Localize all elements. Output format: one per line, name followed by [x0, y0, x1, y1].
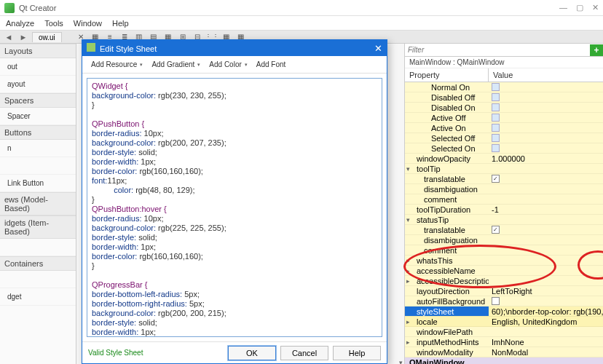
property-row[interactable]: Selected Off — [405, 133, 603, 143]
property-row[interactable]: windowOpacity1.000000 — [405, 154, 603, 164]
property-value[interactable]: LeftToRight — [489, 286, 603, 296]
sidebar-section-header[interactable]: ews (Model-Based) — [0, 192, 76, 215]
property-value[interactable] — [489, 266, 603, 275]
property-value[interactable] — [489, 164, 603, 173]
property-value[interactable] — [489, 194, 603, 204]
stylesheet-editor[interactable]: QWidget {background-color: rgb(230, 230,… — [87, 78, 382, 337]
help-button[interactable]: Help — [333, 346, 381, 360]
checkbox[interactable]: ✓ — [492, 175, 500, 183]
checkbox[interactable]: ✓ — [492, 226, 500, 234]
expand-icon[interactable]: ▾ — [406, 165, 410, 173]
file-tab[interactable]: ow.ui — [32, 32, 62, 42]
property-value[interactable] — [489, 235, 603, 245]
menu-analyze[interactable]: Analyze — [6, 19, 34, 28]
column-header-value[interactable]: Value — [489, 68, 603, 82]
expand-icon[interactable]: ▸ — [406, 257, 410, 264]
widget-box-item[interactable]: Link Button — [0, 175, 76, 192]
widget-box-item[interactable]: Spacer — [0, 108, 76, 125]
expand-icon[interactable]: ▸ — [406, 318, 410, 325]
sidebar-section-header[interactable]: Layouts — [0, 44, 76, 58]
expand-icon[interactable]: ▸ — [406, 339, 410, 346]
widget-box-item[interactable]: ayout — [0, 76, 76, 93]
property-value[interactable] — [489, 296, 603, 306]
property-row[interactable]: Active On — [405, 123, 603, 133]
widget-box-item[interactable] — [0, 239, 76, 256]
property-value[interactable]: English, UnitedKingdom — [489, 317, 603, 326]
property-row[interactable]: ▸whatsThis — [405, 256, 603, 266]
property-value[interactable] — [489, 184, 603, 194]
property-row[interactable]: Active Off — [405, 113, 603, 123]
property-value[interactable]: ✓ — [489, 174, 603, 183]
property-row[interactable]: ▾toolTip — [405, 164, 603, 174]
property-value[interactable]: ImhNone — [489, 337, 603, 347]
property-row[interactable]: ▸localeEnglish, UnitedKingdom — [405, 317, 603, 327]
property-value[interactable]: -1 — [489, 205, 603, 214]
menu-window[interactable]: Window — [74, 19, 102, 28]
property-row[interactable]: translatable✓ — [405, 174, 603, 184]
menu-help[interactable]: Help — [112, 19, 129, 28]
property-row[interactable]: Normal On — [405, 82, 603, 92]
property-value[interactable] — [489, 357, 603, 364]
widget-box-item[interactable] — [0, 271, 76, 288]
nav-back-icon[interactable]: ◄ — [3, 33, 15, 41]
property-value[interactable]: 60);\nborder-top-color: rgb(190,190,190)… — [489, 306, 603, 316]
widget-box-item[interactable] — [0, 157, 76, 175]
close-button[interactable]: ✕ — [592, 3, 599, 12]
add-resource-button[interactable]: Add Resource — [88, 59, 146, 70]
property-value[interactable] — [489, 133, 603, 143]
add-property-button[interactable]: + — [590, 44, 603, 56]
property-value[interactable] — [489, 215, 603, 224]
sidebar-section-header[interactable]: idgets (Item-Based) — [0, 215, 76, 239]
property-value[interactable] — [489, 113, 603, 122]
property-row[interactable]: ▸accessibleDescription — [405, 276, 603, 286]
property-row[interactable]: disambiguation — [405, 184, 603, 194]
minimize-button[interactable]: — — [559, 3, 567, 12]
checkbox[interactable] — [492, 297, 500, 305]
ok-button[interactable]: OK — [228, 346, 276, 360]
property-row[interactable]: layoutDirectionLeftToRight — [405, 286, 603, 296]
sidebar-section-header[interactable]: Buttons — [0, 125, 76, 140]
property-value[interactable] — [489, 256, 603, 265]
property-row[interactable]: translatable✓ — [405, 225, 603, 235]
property-value[interactable]: NonModal — [489, 347, 603, 357]
maximize-button[interactable]: ▢ — [576, 3, 583, 12]
add-font-button[interactable]: Add Font — [253, 59, 289, 70]
property-row[interactable]: autoFillBackground — [405, 296, 603, 306]
property-value[interactable] — [489, 82, 603, 92]
sidebar-section-header[interactable]: Spacers — [0, 93, 76, 108]
property-row[interactable]: toolTipDuration-1 — [405, 205, 603, 215]
property-row[interactable]: Disabled Off — [405, 92, 603, 103]
property-value[interactable] — [489, 143, 603, 153]
property-row[interactable]: Selected On — [405, 143, 603, 154]
property-value[interactable] — [489, 276, 603, 285]
property-row[interactable]: ▾statusTip — [405, 215, 603, 225]
add-color-button[interactable]: Add Color — [206, 59, 250, 70]
sidebar-section-header[interactable]: Containers — [0, 256, 76, 271]
property-row[interactable]: ▸inputMethodHintsImhNone — [405, 337, 603, 347]
dialog-close-icon[interactable]: ✕ — [374, 43, 382, 54]
property-value[interactable] — [489, 103, 603, 112]
nav-fwd-icon[interactable]: ► — [17, 33, 29, 41]
property-row[interactable]: comment — [405, 194, 603, 205]
property-row[interactable]: Disabled On — [405, 103, 603, 113]
property-value[interactable]: 1.000000 — [489, 154, 603, 163]
property-value[interactable] — [489, 327, 603, 336]
widget-box-item[interactable]: out — [0, 58, 76, 76]
property-value[interactable]: ✓ — [489, 225, 603, 234]
menu-tools[interactable]: Tools — [44, 19, 63, 28]
property-value[interactable] — [489, 123, 603, 132]
cancel-button[interactable]: Cancel — [280, 346, 328, 360]
column-header-property[interactable]: Property — [405, 68, 489, 82]
property-row[interactable]: comment — [405, 245, 603, 256]
widget-box-item[interactable]: n — [0, 140, 76, 157]
property-row[interactable]: disambiguation — [405, 235, 603, 245]
property-row[interactable]: ▸accessibleName — [405, 266, 603, 276]
property-value[interactable] — [489, 92, 603, 102]
property-value[interactable] — [489, 245, 603, 255]
dialog-titlebar[interactable]: Edit Style Sheet ✕ — [82, 40, 387, 56]
property-row[interactable]: windowModalityNonModal — [405, 347, 603, 357]
property-row[interactable]: ▾QMainWindow — [405, 357, 603, 364]
expand-icon[interactable]: ▸ — [406, 267, 410, 274]
property-row[interactable]: windowFilePath — [405, 327, 603, 337]
add-gradient-button[interactable]: Add Gradient — [149, 59, 203, 70]
